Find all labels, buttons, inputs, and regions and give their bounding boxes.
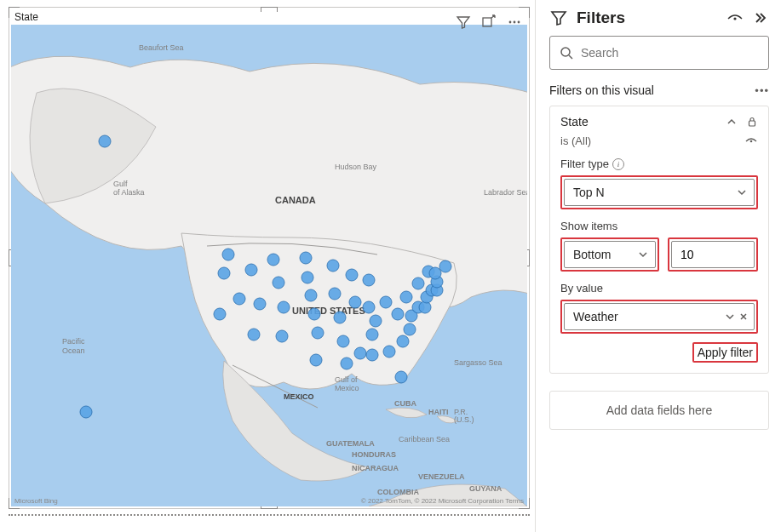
add-fields-placeholder[interactable]: Add data fields here [549,391,769,430]
by-value-value: Weather [573,310,721,323]
map-label: HONDURAS [352,450,396,459]
map-label: HAITI [428,408,449,416]
map-bubble[interactable] [278,301,290,313]
map-bubble[interactable] [305,289,317,301]
map-bubble[interactable] [233,293,245,305]
map-bubble[interactable] [366,329,378,340]
svg-rect-0 [483,18,491,26]
map-label: Hudson Bay [335,163,377,171]
map-bubble[interactable] [327,260,339,272]
search-field[interactable] [581,46,760,60]
map-bubble[interactable] [404,323,416,335]
search-icon [559,45,574,60]
chevron-down-icon [638,249,648,260]
map-bubble[interactable] [400,291,412,303]
map-label: GUYANA [469,484,502,493]
filter-type-value: Top N [573,186,605,199]
map-bubble[interactable] [363,274,375,286]
map-bubble[interactable] [312,327,324,339]
by-value-label: By value [560,282,603,295]
map-visual[interactable]: State Bea [9,7,530,509]
map-bubble[interactable] [395,371,407,383]
map-bubble[interactable] [267,254,279,266]
more-options-icon[interactable] [505,13,524,31]
map-bubble[interactable] [354,347,366,359]
by-value-select[interactable]: Weather [564,303,755,330]
map-bubble[interactable] [383,346,395,358]
map-bubble[interactable] [439,260,451,272]
svg-line-6 [569,55,572,59]
lock-icon[interactable] [746,116,758,128]
map-bubble[interactable] [397,335,409,347]
map-bubble[interactable] [301,272,313,283]
map-bubble[interactable] [370,315,382,327]
map-label: NICARAGUA [352,464,399,472]
map-bubble[interactable] [380,296,392,308]
map-bubble[interactable] [300,252,312,264]
pane-title: Filters [577,9,718,27]
info-icon[interactable]: i [612,158,624,170]
map-bubble[interactable] [341,358,353,369]
map-bubble[interactable] [310,354,322,366]
map-label: Beaufort Sea [139,43,184,52]
chevron-down-icon [737,187,747,197]
map-bubble[interactable] [363,301,375,313]
map-label: Sargasso Sea [454,358,502,367]
filter-icon [549,9,568,27]
map-bubble[interactable] [222,249,234,260]
map-bubble[interactable] [254,298,266,310]
map-canvas[interactable]: Beaufort Sea Hudson Bay Labrador Sea Gul… [11,25,527,506]
map-bubble[interactable] [80,406,92,418]
filter-condition: is (All) [560,134,591,147]
map-bubble[interactable] [308,308,320,320]
map-bubble[interactable] [429,267,441,279]
map-bubble[interactable] [248,329,260,340]
search-input[interactable] [549,36,769,70]
map-bubble[interactable] [366,349,378,361]
map-label: PacificOcean [62,337,85,355]
map-bubble[interactable] [273,277,284,289]
pane-resize-strip[interactable] [9,514,530,518]
show-items-direction: Bottom [573,248,611,261]
map-bubble[interactable] [99,135,111,147]
collapse-pane-icon[interactable] [752,9,769,26]
map-label: Caribbean Sea [399,435,450,443]
map-attribution: Microsoft Bing [14,497,58,505]
section-title: Filters on this visual [549,83,654,97]
map-label: Labrador Sea [484,188,527,197]
map-attribution: © 2022 TomTom, © 2022 Microsoft Corporat… [361,497,524,505]
visual-title: State [14,11,38,23]
visibility-icon[interactable] [744,134,758,147]
map-label: COLOMBIA [377,488,419,496]
svg-rect-7 [749,121,755,126]
map-bubble[interactable] [329,288,341,300]
svg-point-8 [750,140,753,143]
resize-handle[interactable] [261,7,278,12]
map-bubble[interactable] [392,308,404,320]
map-bubble[interactable] [276,330,288,342]
map-label: Gulf ofMexico [335,375,359,392]
show-items-count-input[interactable] [671,241,755,268]
map-bubble[interactable] [346,269,358,281]
visibility-icon[interactable] [726,9,744,26]
svg-point-3 [518,21,520,24]
show-items-direction-dropdown[interactable]: Bottom [564,241,656,268]
svg-point-5 [561,48,570,56]
map-bubble[interactable] [218,267,230,279]
map-bubble[interactable] [214,308,226,320]
map-bubble[interactable] [245,264,257,276]
filter-field-name: State [560,115,717,129]
clear-icon[interactable] [738,312,749,322]
filter-icon[interactable] [454,13,473,31]
apply-filter-button[interactable]: Apply filter [698,346,753,359]
svg-point-1 [509,21,512,24]
collapse-icon[interactable] [726,116,738,128]
filter-type-dropdown[interactable]: Top N [564,179,755,206]
chevron-down-icon[interactable] [725,312,735,322]
map-bubble[interactable] [337,335,349,347]
map-bubble[interactable] [334,312,346,323]
more-options-icon[interactable]: ••• [755,84,769,97]
focus-mode-icon[interactable] [480,13,498,31]
map-bubble[interactable] [349,296,361,308]
map-bubble[interactable] [412,277,424,289]
